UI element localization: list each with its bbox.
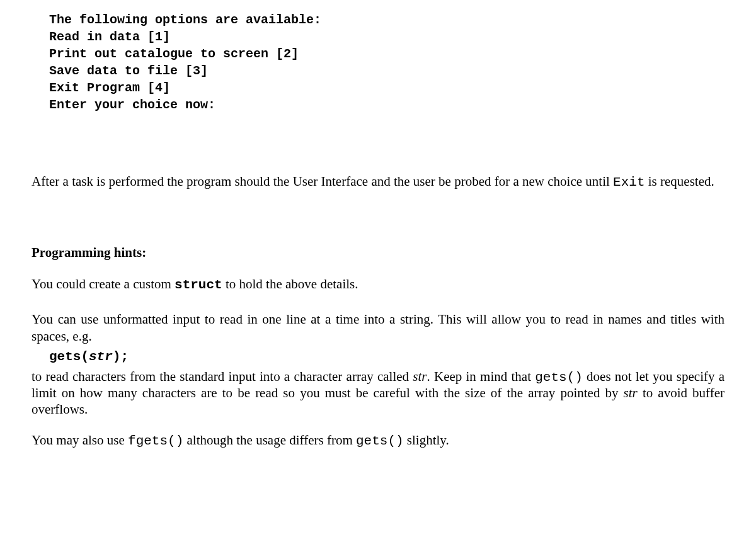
hints-heading: Programming hints: <box>32 244 724 261</box>
text: to hold the above details. <box>222 276 358 291</box>
text: ); <box>113 349 129 364</box>
inline-code-gets2: gets() <box>356 434 404 448</box>
text: slightly. <box>404 432 449 448</box>
menu-title: The following options are available: <box>49 11 724 28</box>
text: to read characters from the standard inp… <box>32 369 413 384</box>
text: After a task is performed the program sh… <box>32 174 613 189</box>
italic-str: str <box>413 369 427 384</box>
code-gets-arg: str <box>89 349 113 364</box>
menu-block: The following options are available: Rea… <box>49 11 724 113</box>
inline-code-fgets: fgets() <box>128 434 183 448</box>
menu-option-3: Save data to file [3] <box>49 62 724 79</box>
text: although the usage differs from <box>183 432 356 448</box>
inline-code-struct: struct <box>175 278 222 292</box>
hint-struct: You could create a custom struct to hold… <box>32 276 724 293</box>
menu-option-4: Exit Program [4] <box>49 79 724 96</box>
inline-code-gets: gets() <box>535 370 583 385</box>
text: is requested. <box>645 174 714 189</box>
menu-option-1: Read in data [1] <box>49 28 724 45</box>
text: gets( <box>49 349 89 364</box>
code-gets: gets(str); <box>49 348 724 365</box>
hint-fgets: You may also use fgets() although the us… <box>32 432 724 449</box>
italic-str2: str <box>624 385 638 400</box>
menu-option-2: Print out catalogue to screen [2] <box>49 45 724 62</box>
hint-gets-warning: to read characters from the standard inp… <box>32 369 724 418</box>
text: You may also use <box>32 432 128 448</box>
inline-code-exit: Exit <box>613 175 644 189</box>
paragraph-after-task: After a task is performed the program sh… <box>32 173 724 191</box>
menu-prompt: Enter your choice now: <box>49 96 724 113</box>
hint-unformatted-input: You can use unformatted input to read in… <box>32 311 724 346</box>
text: You could create a custom <box>32 276 175 291</box>
text: . Keep in mind that <box>427 369 536 384</box>
